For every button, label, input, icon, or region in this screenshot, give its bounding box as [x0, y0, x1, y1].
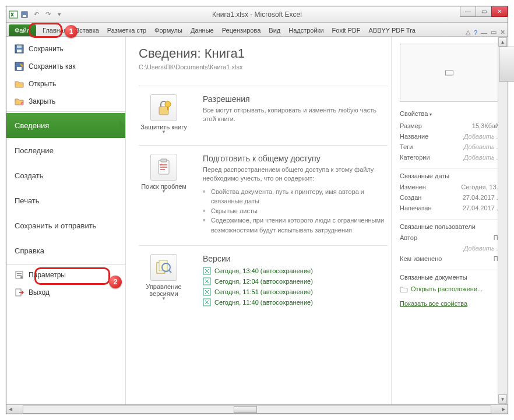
sidebar-item-close[interactable]: Закрыть: [6, 93, 125, 110]
sidebar-item-label: Создать: [15, 171, 43, 180]
save-icon: [15, 44, 24, 54]
version-item[interactable]: Сегодня, 12:04 (автосохранение): [203, 276, 388, 287]
document-path: C:\Users\ПК\Documents\Книга1.xlsx: [139, 63, 388, 70]
scroll-left-icon[interactable]: ◀: [6, 405, 15, 414]
sidebar-item-label: Открыть: [29, 80, 56, 88]
sidebar-item-print[interactable]: Печать: [6, 188, 125, 213]
help-icon[interactable]: ?: [474, 29, 477, 36]
svg-rect-10: [17, 275, 22, 276]
add-categories-link[interactable]: Добавить ...: [464, 154, 502, 161]
lock-icon: [150, 94, 177, 121]
show-all-properties-link[interactable]: Показать все свойства: [400, 298, 502, 309]
section-title: Версии: [203, 254, 388, 263]
versions-icon: [150, 254, 177, 281]
minimize-button[interactable]: —: [460, 6, 476, 17]
share-issue-item: Скрытые листы: [203, 206, 388, 216]
svg-rect-7: [17, 67, 22, 70]
horizontal-scrollbar[interactable]: [23, 405, 491, 414]
doc-minimize-icon[interactable]: —: [481, 29, 487, 36]
sidebar-item-label: Сведения: [15, 121, 49, 130]
prop-label: Изменен: [400, 183, 426, 190]
qat-save-icon[interactable]: [19, 9, 30, 20]
backstage-sidebar: Сохранить Сохранить как Открыть Закрыть …: [6, 37, 126, 404]
sidebar-item-new[interactable]: Создать: [6, 163, 125, 188]
add-author-link[interactable]: Добавить ...: [464, 245, 502, 252]
prop-value: Сегодня, 13...: [461, 183, 502, 190]
open-location-link[interactable]: Открыть расположени...: [400, 283, 502, 295]
svg-rect-5: [17, 45, 22, 48]
document-thumbnail: [400, 44, 499, 102]
section-title: Подготовить к общему доступу: [203, 154, 388, 163]
prop-label: Напечатан: [400, 204, 431, 211]
tab-formulas[interactable]: Формулы: [150, 24, 186, 36]
version-item[interactable]: Сегодня, 13:40 (автосохранение): [203, 266, 388, 276]
scroll-right-icon[interactable]: ▶: [499, 405, 508, 414]
sidebar-item-label: Последние: [15, 146, 54, 155]
add-tags-link[interactable]: Добавить ...: [464, 143, 502, 150]
sidebar-item-save[interactable]: Сохранить: [6, 40, 125, 58]
vertical-scrollbar[interactable]: ▲ ▼: [498, 37, 507, 404]
button-label: Управление версиями: [146, 283, 181, 297]
tab-data[interactable]: Данные: [186, 24, 218, 36]
tab-view[interactable]: Вид: [265, 24, 284, 36]
docs-heading: Связанные документы: [400, 274, 502, 281]
sidebar-item-options[interactable]: Параметры: [6, 266, 125, 284]
scroll-thumb[interactable]: [499, 47, 514, 82]
sidebar-item-open[interactable]: Открыть: [6, 75, 125, 93]
scroll-down-icon[interactable]: ▼: [498, 394, 507, 404]
svg-rect-4: [17, 50, 22, 52]
window-title: Книга1.xlsx - Microsoft Excel: [212, 10, 302, 19]
sidebar-item-saveas[interactable]: Сохранить как: [6, 58, 125, 75]
options-icon: [15, 270, 24, 280]
scroll-thumb[interactable]: [234, 406, 257, 413]
sidebar-item-label: Справка: [15, 246, 44, 255]
tab-review[interactable]: Рецензирова: [218, 24, 265, 36]
protect-workbook-button[interactable]: Защитить книгу ▼: [139, 94, 189, 135]
users-heading: Связанные пользователи: [400, 223, 502, 230]
svg-rect-9: [17, 273, 22, 274]
qat-redo-icon[interactable]: ↷: [43, 9, 53, 20]
ribbon-minimize-icon[interactable]: △: [466, 29, 470, 36]
qat-more-icon[interactable]: ▾: [54, 9, 65, 20]
prop-label: Автор: [400, 234, 417, 241]
version-item[interactable]: Сегодня, 11:40 (автосохранение): [203, 297, 388, 308]
section-text: Все могут открывать, копировать и изменя…: [203, 106, 388, 124]
sidebar-item-exit[interactable]: Выход: [6, 284, 125, 301]
sidebar-item-info[interactable]: Сведения: [6, 113, 125, 138]
prop-label: Размер: [400, 122, 422, 129]
tab-file[interactable]: Файл: [9, 24, 36, 36]
doc-close-icon[interactable]: ✕: [500, 29, 505, 36]
share-issue-item: Свойства документа, путь к принтеру, имя…: [203, 187, 388, 206]
section-text: Перед распространением общего доступа к …: [203, 165, 388, 183]
scroll-up-icon[interactable]: ▲: [498, 37, 507, 47]
excel-doc-icon: [203, 288, 211, 296]
sidebar-item-help[interactable]: Справка: [6, 238, 125, 263]
excel-icon: [9, 10, 18, 19]
check-issues-button[interactable]: Поиск проблем ▼: [139, 154, 189, 235]
share-issue-item: Содержимое, при чтении которого люди с о…: [203, 216, 388, 235]
excel-doc-icon: [203, 298, 211, 306]
tab-pagelayout[interactable]: Разметка стр: [103, 24, 150, 36]
tab-abbyy[interactable]: ABBYY PDF Tra: [364, 24, 420, 36]
version-item[interactable]: Сегодня, 11:51 (автосохранение): [203, 287, 388, 297]
properties-heading[interactable]: Свойства ▾: [400, 110, 502, 117]
section-title: Разрешения: [203, 94, 388, 104]
doc-restore-icon[interactable]: ▭: [491, 29, 497, 36]
page-title: Сведения: Книга1: [139, 46, 388, 61]
callout-badge-2: 2: [109, 276, 122, 288]
svg-rect-0: [9, 11, 17, 18]
sidebar-item-recent[interactable]: Последние: [6, 138, 125, 163]
add-title-link[interactable]: Добавить ...: [464, 133, 502, 140]
close-button[interactable]: ✕: [491, 6, 508, 17]
manage-versions-button[interactable]: Управление версиями ▼: [139, 254, 189, 308]
tab-foxit[interactable]: Foxit PDF: [328, 24, 365, 36]
qat-undo-icon[interactable]: ↶: [31, 9, 41, 20]
callout-badge-1: 1: [65, 25, 78, 38]
sidebar-item-saveandsend[interactable]: Сохранить и отправить: [6, 213, 125, 238]
tab-addins[interactable]: Надстройки: [284, 24, 328, 36]
prop-value: 27.04.2017 ...: [463, 194, 502, 201]
maximize-button[interactable]: ▭: [476, 6, 492, 17]
prop-label: Категории: [400, 154, 430, 161]
sidebar-item-label: Выход: [29, 288, 50, 297]
svg-rect-13: [159, 107, 168, 115]
